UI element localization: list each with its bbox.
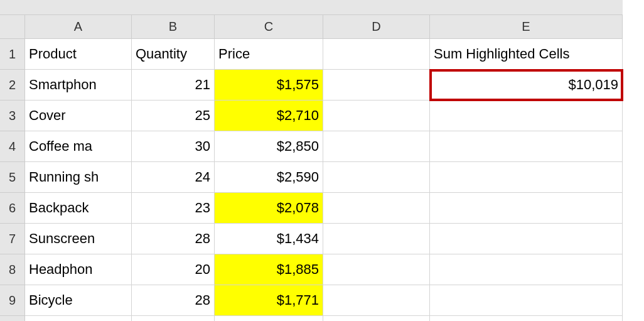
cell-B3[interactable]: 25 bbox=[132, 101, 215, 131]
cell-A4[interactable]: Coffee ma bbox=[25, 131, 132, 162]
row-header-4[interactable]: 4 bbox=[0, 131, 25, 162]
cell-C3[interactable]: $2,710 bbox=[215, 101, 323, 131]
cell-D6[interactable] bbox=[323, 193, 430, 224]
row-header-3[interactable]: 3 bbox=[0, 101, 25, 131]
cell-B7[interactable]: 28 bbox=[132, 224, 215, 254]
cell-D4[interactable] bbox=[323, 131, 430, 162]
cell-C5[interactable]: $2,590 bbox=[215, 162, 323, 193]
cell-D7[interactable] bbox=[323, 224, 430, 254]
cell-B6[interactable]: 23 bbox=[132, 193, 215, 224]
cell-E4[interactable] bbox=[430, 131, 623, 162]
cell-B8[interactable]: 20 bbox=[132, 254, 215, 285]
cell-A10[interactable]: Sunglasses bbox=[25, 316, 132, 321]
cell-E10[interactable] bbox=[430, 316, 623, 321]
cell-C2[interactable]: $1,575 bbox=[215, 70, 323, 101]
row-header-5[interactable]: 5 bbox=[0, 162, 25, 193]
cell-B9[interactable]: 28 bbox=[132, 285, 215, 316]
cell-E6[interactable] bbox=[430, 193, 623, 224]
cell-D8[interactable] bbox=[323, 254, 430, 285]
cell-D5[interactable] bbox=[323, 162, 430, 193]
cell-C10[interactable]: $2,220 bbox=[215, 316, 323, 321]
row-header-1[interactable]: 1 bbox=[0, 39, 25, 70]
cell-A8[interactable]: Headphon bbox=[25, 254, 132, 285]
row-header-6[interactable]: 6 bbox=[0, 193, 25, 224]
row-header-10[interactable]: 10 bbox=[0, 316, 25, 321]
row-header-8[interactable]: 8 bbox=[0, 254, 25, 285]
cell-B2[interactable]: 21 bbox=[132, 70, 215, 101]
cell-E5[interactable] bbox=[430, 162, 623, 193]
cell-C6[interactable]: $2,078 bbox=[215, 193, 323, 224]
cell-D3[interactable] bbox=[323, 101, 430, 131]
cell-A9[interactable]: Bicycle bbox=[25, 285, 132, 316]
cell-D1[interactable] bbox=[323, 39, 430, 70]
cell-E2[interactable]: $10,019 bbox=[430, 70, 623, 101]
cell-A3[interactable]: Cover bbox=[25, 101, 132, 131]
cell-B1[interactable]: Quantity bbox=[132, 39, 215, 70]
cell-C9[interactable]: $1,771 bbox=[215, 285, 323, 316]
col-header-B[interactable]: B bbox=[132, 15, 215, 39]
cell-A2[interactable]: Smartphon bbox=[25, 70, 132, 101]
cell-B5[interactable]: 24 bbox=[132, 162, 215, 193]
cell-D2[interactable] bbox=[323, 70, 430, 101]
cell-C8[interactable]: $1,885 bbox=[215, 254, 323, 285]
cell-E3[interactable] bbox=[430, 101, 623, 131]
cell-E1[interactable]: Sum Highlighted Cells bbox=[430, 39, 623, 70]
col-header-C[interactable]: C bbox=[215, 15, 323, 39]
row-header-9[interactable]: 9 bbox=[0, 285, 25, 316]
cell-A6[interactable]: Backpack bbox=[25, 193, 132, 224]
cell-C7[interactable]: $1,434 bbox=[215, 224, 323, 254]
col-header-E[interactable]: E bbox=[430, 15, 623, 39]
cell-E7[interactable] bbox=[430, 224, 623, 254]
cell-A5[interactable]: Running sh bbox=[25, 162, 132, 193]
col-header-D[interactable]: D bbox=[323, 15, 430, 39]
corner-cell[interactable] bbox=[0, 15, 25, 39]
cell-C1[interactable]: Price bbox=[215, 39, 323, 70]
cell-E8[interactable] bbox=[430, 254, 623, 285]
cell-B10[interactable]: 25 bbox=[132, 316, 215, 321]
cell-A1[interactable]: Product bbox=[25, 39, 132, 70]
col-header-A[interactable]: A bbox=[25, 15, 132, 39]
cell-D9[interactable] bbox=[323, 285, 430, 316]
cell-A7[interactable]: Sunscreen bbox=[25, 224, 132, 254]
cell-B4[interactable]: 30 bbox=[132, 131, 215, 162]
row-header-7[interactable]: 7 bbox=[0, 224, 25, 254]
row-header-2[interactable]: 2 bbox=[0, 70, 25, 101]
cell-C4[interactable]: $2,850 bbox=[215, 131, 323, 162]
cell-D10[interactable] bbox=[323, 316, 430, 321]
cell-E9[interactable] bbox=[430, 285, 623, 316]
